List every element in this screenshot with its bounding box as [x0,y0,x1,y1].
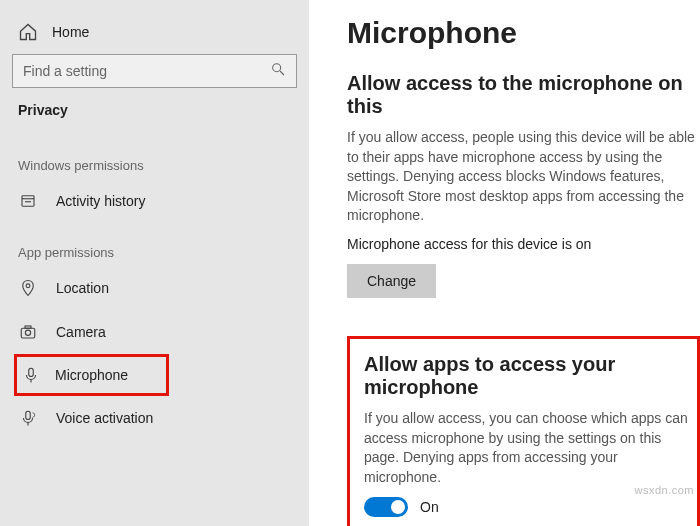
section-app-permissions: App permissions [0,223,309,266]
search-input[interactable]: Find a setting [12,54,297,88]
sidebar-item-location[interactable]: Location [0,266,309,310]
sidebar-item-label: Camera [56,324,106,340]
toggle-state-label: On [420,499,439,515]
allow-apps-callout: Allow apps to access your microphone If … [347,336,700,526]
svg-point-7 [25,330,30,335]
svg-point-5 [26,284,30,288]
home-label: Home [52,24,89,40]
sidebar-item-label: Voice activation [56,410,153,426]
section2-heading: Allow apps to access your microphone [364,353,689,399]
sidebar-item-label: Microphone [55,367,128,383]
mic-access-status: Microphone access for this device is on [347,236,700,252]
activity-history-icon [18,191,38,211]
allow-apps-toggle[interactable] [364,497,408,517]
svg-point-0 [273,64,281,72]
section1-heading: Allow access to the microphone on this [347,72,700,118]
svg-rect-9 [29,368,34,376]
voice-activation-icon [18,408,38,428]
watermark: wsxdn.com [634,484,694,496]
home-icon [18,22,38,42]
section2-body: If you allow access, you can choose whic… [364,409,689,487]
main-content: Microphone Allow access to the microphon… [309,0,700,526]
change-button[interactable]: Change [347,264,436,298]
microphone-icon [21,365,41,385]
search-placeholder: Find a setting [23,63,107,79]
sidebar-item-microphone[interactable]: Microphone [14,354,169,396]
sidebar-item-voice-activation[interactable]: Voice activation [0,396,309,440]
sidebar-item-camera[interactable]: Camera [0,310,309,354]
page-title: Microphone [347,16,700,50]
sidebar-item-label: Activity history [56,193,145,209]
camera-icon [18,322,38,342]
sidebar-item-label: Location [56,280,109,296]
category-title: Privacy [0,102,309,136]
section1-body: If you allow access, people using this d… [347,128,700,226]
sidebar-item-activity-history[interactable]: Activity history [0,179,309,223]
home-nav[interactable]: Home [0,12,309,54]
settings-sidebar: Home Find a setting Privacy Windows perm… [0,0,309,526]
location-icon [18,278,38,298]
svg-rect-11 [26,411,31,419]
search-icon [270,61,286,81]
svg-line-1 [280,71,284,75]
svg-rect-2 [22,196,34,207]
section-windows-permissions: Windows permissions [0,136,309,179]
svg-rect-8 [25,326,31,328]
